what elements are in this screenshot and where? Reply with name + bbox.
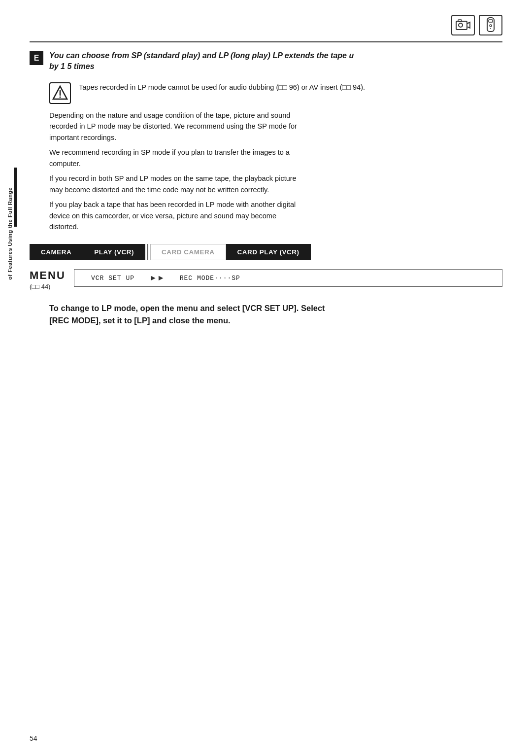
side-label-text2: of Features	[7, 248, 13, 280]
menu-item-1: VCR SET UP	[81, 275, 144, 282]
warning-paragraphs: Tapes recorded in LP mode cannot be used…	[79, 82, 365, 93]
mode-play-vcr[interactable]: PLAY (VCR)	[83, 244, 145, 260]
remote-icon	[479, 15, 502, 35]
mode-divider	[147, 244, 148, 260]
mode-bar: CAMERA PLAY (VCR) CARD CAMERA CARD PLAY …	[30, 244, 502, 260]
body-para-2: Depending on the nature and usage condit…	[30, 110, 502, 143]
mode-card-camera[interactable]: CARD CAMERA	[150, 244, 226, 260]
page-number: 54	[30, 734, 37, 742]
camera-icon	[451, 15, 475, 35]
body-para-3: We recommend recording in SP mode if you…	[30, 147, 502, 169]
svg-point-10	[60, 96, 61, 98]
side-label-text1: Using the Full Range	[7, 187, 13, 246]
title-section: E You can choose from SP (standard play)…	[30, 50, 502, 72]
warning-para-1: Tapes recorded in LP mode cannot be used…	[79, 82, 365, 93]
svg-rect-0	[456, 21, 467, 30]
svg-point-7	[490, 28, 491, 29]
menu-label-area: MENU (□□ 44)	[30, 269, 74, 290]
top-divider	[30, 41, 502, 42]
svg-point-2	[459, 23, 463, 27]
mode-card-play-vcr[interactable]: CARD PLAY (VCR)	[226, 244, 311, 260]
title-text: You can choose from SP (standard play) a…	[49, 50, 354, 72]
side-bar	[14, 168, 17, 227]
top-icons-area	[30, 15, 502, 35]
menu-content-box: VCR SET UP ►► REC MODE····SP	[74, 269, 502, 287]
mode-camera[interactable]: CAMERA	[30, 244, 83, 260]
warning-icon	[49, 82, 71, 104]
body-para-5: If you play back a tape that has been re…	[30, 199, 502, 232]
body-para-4: If you record in both SP and LP modes on…	[30, 173, 502, 195]
svg-point-6	[490, 25, 492, 27]
warning-section: Tapes recorded in LP mode cannot be used…	[30, 82, 502, 104]
menu-ref: (□□ 44)	[30, 283, 69, 290]
svg-marker-1	[467, 22, 470, 28]
menu-section: MENU (□□ 44) VCR SET UP ►► REC MODE····S…	[30, 269, 502, 290]
svg-rect-5	[489, 20, 493, 22]
side-label: Using the Full Range of Features	[7, 187, 13, 280]
menu-item-2: REC MODE····SP	[170, 275, 250, 282]
menu-arrow: ►►	[149, 274, 165, 282]
instruction-text: To change to LP mode, open the menu and …	[30, 302, 502, 327]
e-badge: E	[30, 51, 43, 65]
menu-title: MENU	[30, 269, 69, 282]
